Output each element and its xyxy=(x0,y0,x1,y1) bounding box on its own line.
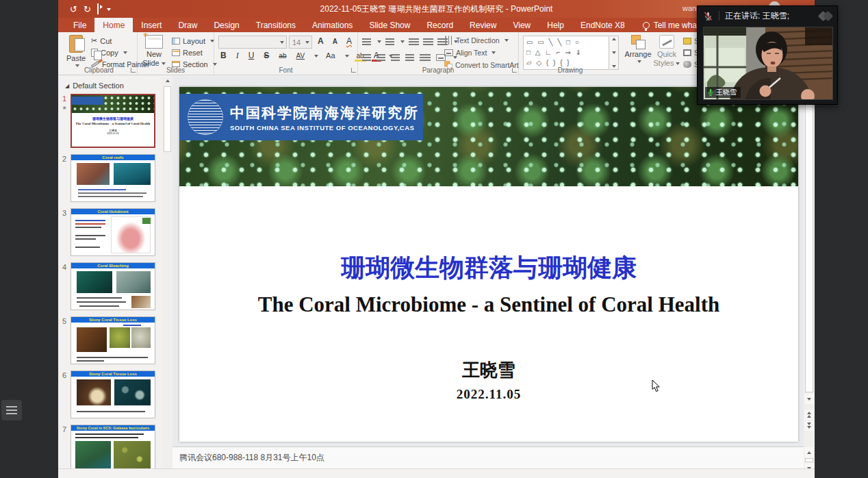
tab-review[interactable]: Review xyxy=(461,18,505,32)
list-icon xyxy=(6,406,17,414)
tab-file[interactable]: File xyxy=(65,18,94,32)
paste-label: Paste xyxy=(66,54,86,63)
tab-slide-show[interactable]: Slide Show xyxy=(361,18,418,32)
thumbnail-row-6: 6 Stony Coral Tissue Loss xyxy=(58,370,173,418)
quick-styles-label2: Styles xyxy=(654,59,674,67)
slide-1-thumbnail[interactable]: 珊瑚微生物群落与珊瑚健康 The Coral Microbiome - a Se… xyxy=(71,94,155,148)
reset-button[interactable]: Reset xyxy=(172,47,203,58)
tab-view[interactable]: View xyxy=(505,18,539,32)
numbering-icon[interactable] xyxy=(385,38,394,45)
justify-icon[interactable] xyxy=(405,54,414,61)
thumbnail-title-cn: 珊瑚微生物群落与珊瑚健康 xyxy=(72,116,154,121)
arrange-button[interactable]: Arrange xyxy=(623,35,653,63)
align-right-icon[interactable] xyxy=(391,54,400,61)
thumbnail-text-placeholder xyxy=(78,196,143,197)
thumbnail-photo xyxy=(110,327,130,348)
tab-insert[interactable]: Insert xyxy=(133,18,170,32)
cut-button[interactable]: ✂ Cut xyxy=(91,35,112,47)
change-case-button[interactable]: Aa xyxy=(324,50,337,62)
chevron-down-icon xyxy=(492,51,496,54)
scrollbar-thumb[interactable] xyxy=(805,458,813,462)
clear-formatting-icon[interactable]: A xyxy=(344,36,354,47)
columns-icon[interactable] xyxy=(420,54,431,61)
tab-animations[interactable]: Animations xyxy=(304,18,361,32)
tab-transitions[interactable]: Transitions xyxy=(248,18,304,32)
paragraph-dialog-launcher[interactable] xyxy=(512,68,517,73)
quick-styles-label: Quick xyxy=(657,50,676,58)
align-text-button[interactable]: Align Text xyxy=(444,47,496,58)
slide-3-thumbnail[interactable]: Coral Holobiont xyxy=(71,208,155,256)
increase-indent-icon[interactable] xyxy=(423,38,433,45)
shape-gallery-scroll[interactable] xyxy=(610,36,619,70)
italic-button[interactable]: I xyxy=(234,50,241,62)
scroll-down-button[interactable] xyxy=(804,394,814,404)
slide-6-thumbnail[interactable]: Stony Coral Tissue Loss xyxy=(71,370,155,418)
font-dialog-launcher[interactable] xyxy=(351,68,356,73)
paste-button[interactable]: Paste xyxy=(64,35,88,67)
tab-design[interactable]: Design xyxy=(205,18,247,32)
section-header[interactable]: ◢ Default Section xyxy=(65,81,173,90)
editor-scrollbar[interactable] xyxy=(804,76,815,468)
shrink-font-icon[interactable]: A xyxy=(331,36,340,47)
clipboard-dialog-launcher[interactable] xyxy=(131,68,136,73)
section-collapse-icon: ◢ xyxy=(65,83,69,89)
redo-icon[interactable]: ↻ xyxy=(84,5,91,14)
bold-button[interactable]: B xyxy=(218,50,229,62)
grow-font-icon[interactable]: A xyxy=(316,36,326,47)
notes-pane[interactable]: 腾讯会议680-988-118 8月31号上午10点 xyxy=(173,446,804,468)
shape-gallery[interactable]: ▭ ▭ ╲ ╲ □ ○ □ △ ∟ ⌐ ⇒ ⇓ ▱ ◇ ( ) { } xyxy=(523,36,609,70)
thumbnail-text-placeholder xyxy=(77,297,122,299)
shape-effects-icon xyxy=(683,61,691,68)
thumbnail-row-7: 7 Stony Coral in SCS: Galaxea fascicular… xyxy=(58,425,173,468)
decrease-indent-icon[interactable] xyxy=(409,38,419,45)
thumbnail-scrollbar[interactable] xyxy=(162,76,173,468)
align-left-icon[interactable] xyxy=(362,54,371,61)
quick-styles-button[interactable]: Quick Styles xyxy=(653,35,680,68)
microphone-muted-icon xyxy=(703,11,713,21)
text-shadow-button[interactable]: S xyxy=(261,50,271,62)
shapes-row: ▭ ▭ ╲ ╲ □ ○ xyxy=(526,39,606,46)
font-name-combo[interactable] xyxy=(218,36,287,49)
slide-2-thumbnail[interactable]: Coral reefs xyxy=(71,154,155,202)
previous-slide-button[interactable] xyxy=(804,410,814,420)
new-slide-button[interactable]: New Slide xyxy=(140,35,168,68)
tab-home[interactable]: Home xyxy=(94,18,133,32)
scroll-up-button[interactable] xyxy=(162,76,173,86)
tab-record[interactable]: Record xyxy=(418,18,461,32)
align-center-icon[interactable] xyxy=(376,54,385,61)
webcam-video[interactable]: 王晓雪 xyxy=(703,27,833,100)
layout-button[interactable]: Layout xyxy=(172,35,214,47)
slide-canvas[interactable]: 中国科学院南海海洋研究所 SOUTH CHINA SEA INSTITUTE O… xyxy=(179,87,798,442)
start-slideshow-icon[interactable] xyxy=(97,4,99,14)
paste-icon xyxy=(69,35,83,53)
tab-endnote[interactable]: EndNote X8 xyxy=(572,18,633,32)
scrollbar-thumb[interactable] xyxy=(805,77,813,392)
undo-icon[interactable]: ↺ xyxy=(70,5,77,14)
thumbnail-photo xyxy=(116,271,151,293)
character-spacing-button[interactable]: AV xyxy=(294,50,307,62)
slide-4-thumbnail[interactable]: Coral Bleaching xyxy=(71,262,155,310)
cut-icon: ✂ xyxy=(91,36,97,45)
thumbnail-date: 2022.11.05 xyxy=(72,132,154,135)
slide-1-number: 1 ★ xyxy=(58,94,71,148)
copy-button[interactable]: Copy xyxy=(91,47,127,58)
font-size-combo[interactable]: 14 xyxy=(289,36,312,49)
slide-7-thumbnail[interactable]: Stony Coral in SCS: Galaxea fascicularis xyxy=(71,425,155,468)
slide-5-thumbnail[interactable]: Stony Coral Tissue Loss xyxy=(71,316,155,364)
notes-scrollbar[interactable] xyxy=(804,446,815,468)
bullets-icon[interactable] xyxy=(362,38,371,45)
meeting-member-list-button[interactable] xyxy=(1,400,22,420)
scroll-up-button[interactable] xyxy=(804,447,814,457)
slide-3-number: 3 xyxy=(58,208,71,256)
customize-qat-icon[interactable] xyxy=(105,4,111,14)
shape-outline-icon xyxy=(683,49,691,56)
meeting-overlay-window[interactable]: 正在讲话: 王晓雪; xyxy=(697,5,838,105)
strikethrough-button[interactable]: ab xyxy=(277,50,288,62)
scrollbar-thumb[interactable] xyxy=(164,86,171,152)
reset-label: Reset xyxy=(183,49,203,57)
underline-button[interactable]: U xyxy=(246,50,257,62)
tab-draw[interactable]: Draw xyxy=(170,18,205,32)
tab-help[interactable]: Help xyxy=(539,18,572,32)
text-direction-button[interactable]: Text Direction xyxy=(444,34,509,46)
next-slide-button[interactable] xyxy=(804,420,814,431)
